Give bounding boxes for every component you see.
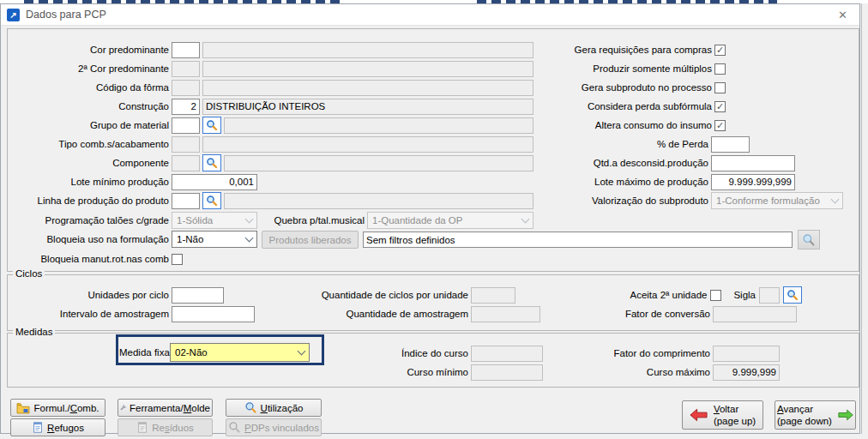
bloqueia-manut-checkbox[interactable] [172,254,183,265]
bloqueia-uso-dropdown[interactable]: 1-Não [172,231,257,248]
intervalo-amostragem-input[interactable] [172,306,255,322]
field-label: Componente [14,158,169,168]
chevron-down-icon [245,234,254,243]
arrow-left-icon [690,408,708,422]
field-label: Cor predominante [14,45,169,55]
linha-producao-lookup-button[interactable] [202,192,221,209]
field-label: Altera consumo do insumo [595,120,712,130]
gera-requisicoes-checkbox[interactable] [714,45,726,56]
linha-producao-desc-field [224,193,533,209]
programacao-taloes-dropdown: 1-Sólida [172,212,257,229]
cor-predominante-code-input[interactable] [172,42,200,58]
voltar-button[interactable]: Voltar (page up) [682,400,763,430]
avancar-button[interactable]: Avançar (page down) [775,400,856,430]
row-construcao: Construção [14,98,533,115]
row-lote-minimo: Lote mínimo produção [14,173,533,190]
close-icon[interactable]: ✕ [838,9,847,21]
row-considera-perda: Considera perda subfórmula [556,98,726,115]
sigla-lookup-button[interactable] [783,286,802,304]
row-qtd-desconsid: Qtd.a desconsid.produção [556,154,843,171]
search-icon [228,421,241,434]
field-label: Construção [14,101,169,111]
lote-maximo-input[interactable] [711,174,795,190]
gera-subproduto-checkbox[interactable] [714,82,726,93]
field-label: Código da fôrma [14,82,169,93]
codigo-forma-desc-field [202,80,533,96]
fator-conversao-input [713,306,797,322]
field-label: % de Perda [556,139,708,149]
produzir-multiplos-checkbox[interactable] [714,63,726,75]
button-label: Resíduos [152,423,194,433]
button-label: Refugos [47,423,84,433]
unidades-ciclo-input[interactable] [172,287,224,304]
aceita-unidade-checkbox[interactable] [710,290,721,301]
row-gera-subproduto: Gera subproduto no processo [556,79,726,96]
row-valorizacao: Valorização do subproduto 1-Conforme for… [556,192,843,209]
grupo-material-lookup-button[interactable] [202,117,221,134]
field-label: Gera requisições para compras [575,45,712,55]
row-curso-minimo: Curso mínimo [283,364,543,381]
field-label: Linha de produção do produto [14,195,169,206]
quebra-dropdown: 1-Quantidade da OP [367,212,533,229]
button-label: Ferramenta/Molde [130,403,210,413]
field-label: Fator de conversão [556,309,710,319]
row-gera-requisicoes: Gera requisições para compras [556,41,726,58]
lote-minimo-input[interactable] [172,174,257,190]
search-icon [206,195,218,207]
construcao-code-input[interactable] [172,99,200,115]
grupo-material-desc-field [224,117,533,134]
qtd-desconsid-input[interactable] [711,155,795,171]
field-label: Bloqueia manut.rot.nas comb [14,254,169,264]
field-label: Curso máximo [556,367,710,377]
qtd-amostragem-input [471,306,540,322]
row-unidades-ciclo: Unidades por ciclo [14,286,260,304]
field-label: Intervalo de amostragem [14,309,169,319]
cor-predominante-desc-field [202,42,533,58]
grupo-material-code-input[interactable] [172,117,200,134]
codigo-forma-code-input [172,80,200,96]
fator-comprimento-input [713,346,780,362]
field-label: Fator do comprimento [556,348,710,358]
refugos-button[interactable]: Refugos [10,418,105,436]
formul-comb-button[interactable]: Formul./Comb. [10,399,105,417]
altera-consumo-checkbox[interactable] [714,120,726,131]
clipboard-icon [136,421,148,434]
row-segunda-cor: 2ª Cor predominante [14,60,533,77]
sigla-label: Sigla [733,290,756,300]
search-icon [206,119,218,131]
row-perc-perda: % de Perda [556,135,843,153]
arrow-right-icon [838,408,853,422]
valorizacao-dropdown: 1-Conforme formulação [711,192,843,209]
linha-producao-code-input[interactable] [172,193,200,209]
row-fator-conversao: Fator de conversão [556,305,843,322]
componente-lookup-button[interactable] [202,154,221,171]
componente-desc-field [224,155,533,171]
field-label: Medida fixa [119,347,166,358]
field-label: Lote máximo de produção [556,177,708,187]
chevron-down-icon [245,215,254,224]
utilizacao-button[interactable]: Utilização [226,399,322,417]
segunda-cor-desc-field [202,61,533,77]
field-label: Índice do curso [283,348,468,358]
residuos-button: Resíduos [118,418,213,436]
field-label: Programação talões c/grade [14,215,169,226]
ciclos-legend: Ciclos [13,268,45,279]
field-label: Lote mínimo produção [14,177,169,187]
filtro-search-button[interactable] [798,230,820,250]
sigla-input [759,287,780,304]
segunda-cor-code-input [172,61,200,77]
field-label: Considera perda subfórmula [588,101,712,111]
considera-perda-checkbox[interactable] [714,101,726,112]
field-label: Quantidade de amostragem [283,309,468,319]
row-grupo-material: Grupo de material [14,117,533,134]
construcao-desc-field [202,99,533,115]
field-label: Quantidade de ciclos por unidade [283,290,468,300]
button-label: Avançar (page down) [777,403,832,428]
ferramenta-molde-button[interactable]: Ferramenta/Molde [118,399,213,417]
clipboard-icon [32,421,44,434]
row-lote-maximo: Lote máximo de produção [556,173,843,190]
filtro-produtos-field[interactable] [363,232,793,248]
perc-perda-input[interactable] [711,136,750,153]
field-label: Tipo comb.s/acabamento [14,139,169,149]
field-label: Unidades por ciclo [14,290,169,300]
